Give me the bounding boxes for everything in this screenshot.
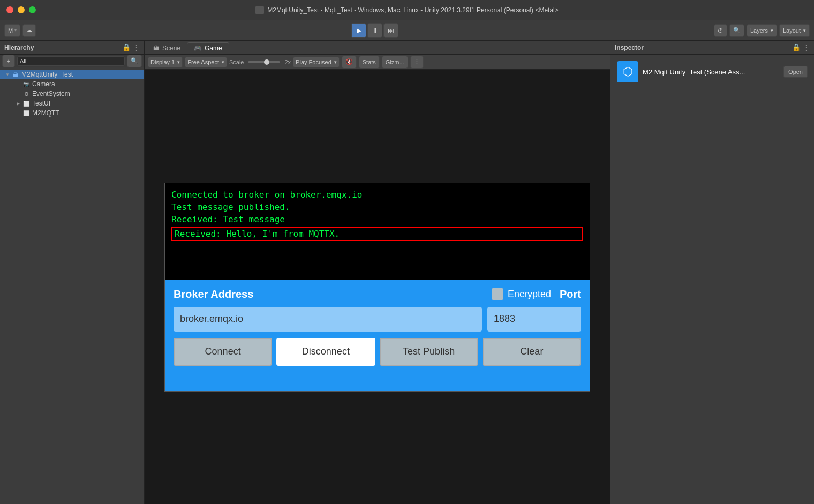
game-tab-label: Game — [205, 44, 222, 52]
maximize-button[interactable] — [29, 6, 36, 13]
game-display-label: Display 1 — [150, 59, 175, 65]
hierarchy-content: ▼ 🏔 M2MqttUnity_Test 📷 Camera ⚙ EventSys… — [0, 67, 144, 504]
inspector-header-icons: 🔒 ⋮ — [792, 43, 810, 51]
output-line-3: Received: Test message — [171, 214, 583, 224]
inspector-more-icon[interactable]: ⋮ — [803, 43, 810, 51]
view-tabs: 🏔 Scene 🎮 Game — [145, 41, 610, 55]
output-line-4: Received: Hello, I'm from MQTTX. — [171, 227, 583, 241]
encrypted-group: Encrypted — [492, 288, 551, 300]
game-display-select[interactable]: Display 1 — [148, 57, 183, 67]
game-view: Connected to broker on broker.emqx.io Te… — [145, 70, 610, 504]
connect-button[interactable]: Connect — [174, 338, 272, 366]
hierarchy-item-testui[interactable]: ▶ ⬜ TestUI — [0, 99, 144, 108]
layers-button[interactable]: Layers — [747, 24, 777, 37]
disconnect-button[interactable]: Disconnect — [276, 338, 375, 366]
toolbar-left: M ▾ ☁ — [4, 24, 36, 37]
pause-icon: ⏸ — [372, 27, 378, 34]
mute-button[interactable]: 🔇 — [342, 56, 357, 69]
tree-label-m2mqtt: M2MQTT — [32, 109, 59, 117]
game-aspect-label: Free Aspect — [187, 59, 219, 65]
broker-input[interactable] — [174, 307, 482, 332]
hierarchy-search-btn[interactable]: 🔍 — [127, 55, 142, 67]
tree-label-camera: Camera — [32, 80, 55, 88]
open-button[interactable]: Open — [783, 66, 808, 78]
close-button[interactable] — [6, 6, 13, 13]
hierarchy-item-camera[interactable]: 📷 Camera — [0, 79, 144, 89]
output-line-2: Test message published. — [171, 202, 583, 212]
cloud-icon: ☁ — [26, 27, 32, 34]
tab-scene[interactable]: 🏔 Scene — [147, 42, 187, 54]
output-line-1: Connected to broker on broker.emqx.io — [171, 190, 583, 200]
unity-logo — [255, 6, 264, 14]
game-output: Connected to broker on broker.emqx.io Te… — [165, 183, 590, 280]
game-view-content: Connected to broker on broker.emqx.io Te… — [145, 70, 610, 504]
scale-slider[interactable] — [248, 61, 280, 63]
port-input[interactable] — [487, 307, 581, 332]
history-button[interactable]: ⏱ — [714, 24, 727, 37]
main-toolbar: M ▾ ☁ ▶ ⏸ ⏭ ⏱ 🔍 Layers La — [0, 20, 814, 41]
hierarchy-panel: Hierarchy 🔒 ⋮ + 🔍 ▼ 🏔 M2MqttUnity_Test 📷… — [0, 41, 145, 504]
scene-icon: 🏔 — [12, 71, 19, 78]
game-toolbar: Display 1 Free Aspect Scale 2x Play Focu… — [145, 55, 610, 70]
eventsystem-icon: ⚙ — [22, 90, 30, 97]
tree-arrow-testui: ▶ — [15, 100, 21, 107]
window-title: M2MqttUnity_Test - Mqtt_Test - Windows, … — [255, 6, 559, 14]
hierarchy-toolbar: + 🔍 — [0, 55, 144, 67]
testui-icon: ⬜ — [22, 100, 30, 107]
ui-row-inputs — [174, 307, 581, 332]
hierarchy-item-eventsystem[interactable]: ⚙ EventSystem — [0, 89, 144, 99]
tree-arrow-eventsystem — [15, 91, 21, 97]
encrypted-checkbox[interactable] — [492, 288, 503, 300]
game-canvas: Connected to broker on broker.emqx.io Te… — [164, 183, 590, 392]
inspector-content: ⬡ M2 Mqtt Unity_Test (Scene Ass... Open — [611, 55, 814, 504]
hierarchy-item-scene[interactable]: ▼ 🏔 M2MqttUnity_Test — [0, 70, 144, 79]
hierarchy-add-button[interactable]: + — [2, 55, 15, 67]
history-icon: ⏱ — [718, 27, 723, 34]
hierarchy-more-icon[interactable]: ⋮ — [133, 43, 140, 51]
lock-icon[interactable]: 🔒 — [122, 43, 131, 51]
step-button[interactable]: ⏭ — [383, 23, 398, 38]
layers-label: Layers — [750, 27, 768, 34]
toolbar-more-btn[interactable]: ⋮ — [410, 56, 424, 69]
hierarchy-title: Hierarchy — [4, 44, 34, 51]
ui-row-broker-header: Broker Address Encrypted Port — [174, 288, 581, 300]
search-button[interactable]: 🔍 — [729, 24, 744, 37]
gizmos-button[interactable]: Gizm... — [382, 56, 408, 69]
broker-address-label: Broker Address — [174, 288, 253, 300]
inspector-lock-icon[interactable]: 🔒 — [792, 43, 801, 51]
stats-button[interactable]: Stats — [359, 56, 380, 69]
title-text: M2MqttUnity_Test - Mqtt_Test - Windows, … — [267, 6, 559, 14]
traffic-lights[interactable] — [6, 6, 36, 13]
test-publish-button[interactable]: Test Publish — [380, 338, 478, 366]
layout-button[interactable]: Layout — [779, 24, 810, 37]
hierarchy-search[interactable] — [17, 56, 125, 66]
minimize-button[interactable] — [18, 6, 25, 13]
inspector-panel: Inspector 🔒 ⋮ ⬡ M2 Mqtt Unity_Test (Scen… — [611, 41, 814, 504]
layout-label: Layout — [783, 27, 801, 34]
hierarchy-header-icons: 🔒 ⋮ — [122, 43, 140, 51]
test-publish-label: Test Publish — [403, 346, 455, 357]
account-dropdown-icon: ▾ — [14, 28, 17, 33]
title-bar: M2MqttUnity_Test - Mqtt_Test - Windows, … — [0, 0, 814, 20]
play-icon: ▶ — [357, 27, 361, 34]
clear-button[interactable]: Clear — [483, 338, 581, 366]
game-tab-icon: 🎮 — [194, 44, 202, 52]
scale-label: Scale — [229, 59, 244, 65]
tree-label-eventsystem: EventSystem — [32, 90, 70, 97]
scale-thumb — [264, 59, 269, 65]
inspector-obj-name: M2 Mqtt Unity_Test (Scene Ass... — [643, 68, 779, 76]
gizmos-label: Gizm... — [386, 59, 404, 65]
scene-tab-label: Scene — [162, 44, 180, 52]
play-button[interactable]: ▶ — [351, 23, 366, 38]
tab-game[interactable]: 🎮 Game — [187, 42, 229, 54]
inspector-header: Inspector 🔒 ⋮ — [611, 41, 814, 55]
game-aspect-select[interactable]: Free Aspect — [185, 57, 227, 67]
hierarchy-item-m2mqtt[interactable]: ⬜ M2MQTT — [0, 108, 144, 118]
play-focused-select[interactable]: Play Focused — [293, 57, 340, 67]
main-layout: Hierarchy 🔒 ⋮ + 🔍 ▼ 🏔 M2MqttUnity_Test 📷… — [0, 41, 814, 504]
connect-label: Connect — [205, 346, 241, 357]
account-button[interactable]: M ▾ — [4, 24, 20, 37]
cloud-button[interactable]: ☁ — [22, 24, 36, 37]
tree-arrow-camera — [15, 81, 21, 87]
pause-button[interactable]: ⏸ — [367, 23, 382, 38]
